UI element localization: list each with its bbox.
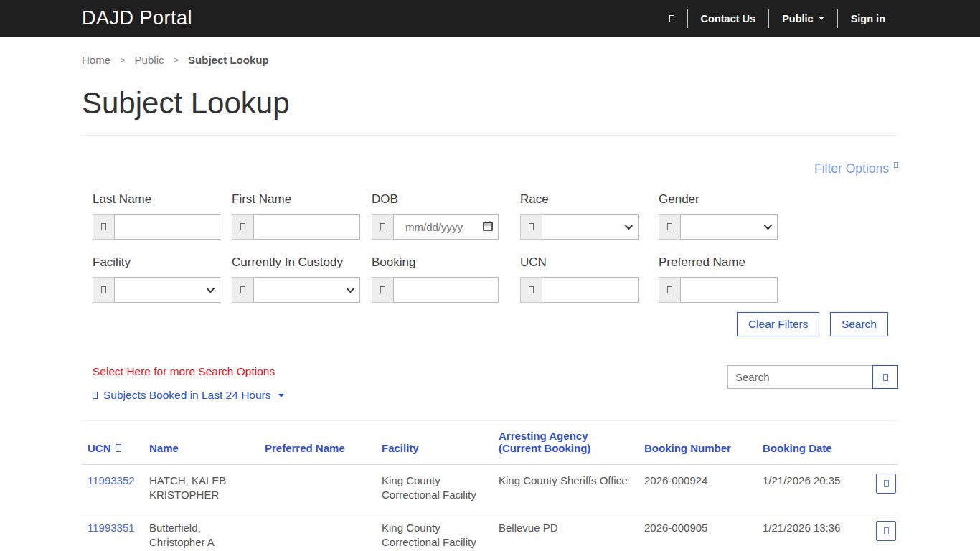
- booked-last-24-label: Subjects Booked in Last 24 Hours: [103, 389, 271, 402]
- person-icon: [240, 223, 245, 230]
- cell-booking-date: 1/21/2026 13:36: [757, 512, 870, 551]
- row-detail-button[interactable]: [876, 521, 896, 541]
- cell-preferred-name: [259, 465, 376, 512]
- document-icon: [380, 286, 385, 293]
- breadcrumb-current: Subject Lookup: [188, 54, 269, 66]
- breadcrumb-public[interactable]: Public: [135, 54, 164, 66]
- first-name-input[interactable]: [253, 214, 360, 240]
- calendar-addon-icon: [380, 223, 385, 230]
- preferred-name-label: Preferred Name: [659, 255, 778, 270]
- cell-facility: King County Correctional Facility: [376, 465, 493, 512]
- navbar-divider: [687, 9, 688, 28]
- mid-row: Select Here for more Search Options Subj…: [82, 365, 898, 402]
- table-header-row: UCN Name Preferred Name Facility Arresti…: [82, 421, 898, 465]
- cell-booking-date: 1/21/2026 20:35: [757, 465, 870, 512]
- in-custody-addon: [232, 277, 253, 303]
- col-header-agency[interactable]: Arresting Agency (Current Booking): [493, 421, 639, 465]
- results-search-group: [727, 365, 898, 389]
- clock-icon: [93, 392, 98, 399]
- last-name-input[interactable]: [114, 214, 220, 240]
- cell-booking-number: 2026-000924: [639, 465, 757, 512]
- booking-input[interactable]: [393, 277, 499, 303]
- search-button[interactable]: Search: [830, 312, 888, 336]
- nav-public-dropdown[interactable]: Public: [769, 13, 837, 24]
- hash-icon: [529, 286, 534, 293]
- last-name-label: Last Name: [93, 192, 220, 207]
- top-navbar: DAJD Portal Contact Us Public Sign in: [0, 0, 980, 37]
- ucn-link[interactable]: 11993351: [88, 522, 135, 534]
- race-label: Race: [520, 192, 639, 207]
- breadcrumb-separator: >: [173, 55, 179, 65]
- nav-contact-us[interactable]: Contact Us: [688, 13, 769, 24]
- col-header-facility[interactable]: Facility: [376, 421, 493, 465]
- first-name-field: First Name: [232, 192, 360, 240]
- col-header-booking-number[interactable]: Booking Number: [639, 421, 757, 465]
- race-field: Race: [520, 192, 639, 240]
- booked-last-24-dropdown[interactable]: Subjects Booked in Last 24 Hours: [93, 389, 284, 402]
- filter-options-label: Filter Options: [814, 161, 889, 176]
- ucn-field: UCN: [520, 255, 639, 303]
- breadcrumb-home[interactable]: Home: [82, 54, 110, 66]
- nav-sign-in[interactable]: Sign in: [838, 13, 898, 24]
- more-search-options-link[interactable]: Select Here for more Search Options: [93, 365, 275, 378]
- detail-icon: [884, 527, 889, 534]
- nav-public-label: Public: [782, 13, 814, 24]
- race-addon-icon: [529, 223, 534, 230]
- first-name-addon: [232, 214, 253, 240]
- col-header-ucn-label: UCN: [88, 442, 111, 454]
- chevron-down-icon: [819, 17, 824, 20]
- preferred-name-input[interactable]: [680, 277, 778, 303]
- in-custody-select[interactable]: [253, 277, 360, 303]
- row-detail-button[interactable]: [876, 474, 896, 494]
- filter-toggle-icon: [894, 162, 898, 168]
- person-icon: [667, 286, 672, 293]
- sort-icon[interactable]: [116, 444, 121, 452]
- last-name-addon: [93, 214, 114, 240]
- filter-buttons-row: Clear Filters Search: [82, 312, 898, 336]
- first-name-label: First Name: [232, 192, 360, 207]
- preferred-name-field: Preferred Name: [659, 255, 778, 303]
- cell-agency: King County Sheriffs Office: [493, 465, 639, 512]
- ucn-addon: [520, 277, 542, 303]
- calendar-icon[interactable]: [483, 221, 493, 231]
- race-select[interactable]: [542, 214, 639, 240]
- col-header-preferred-name[interactable]: Preferred Name: [259, 421, 376, 465]
- gender-field: Gender: [659, 192, 778, 240]
- navbar-right: Contact Us Public Sign in: [656, 9, 898, 28]
- cell-preferred-name: [259, 512, 376, 551]
- col-header-name[interactable]: Name: [143, 421, 259, 465]
- last-name-field: Last Name: [93, 192, 220, 240]
- clear-filters-button[interactable]: Clear Filters: [737, 312, 820, 336]
- facility-select[interactable]: [114, 277, 220, 303]
- dob-addon: [372, 214, 393, 240]
- chevron-down-icon: [347, 285, 354, 293]
- brand-link[interactable]: DAJD Portal: [82, 7, 192, 29]
- navbar-search-button[interactable]: [656, 15, 687, 22]
- cell-facility: King County Correctional Facility: [376, 512, 493, 551]
- booking-field: Booking: [372, 255, 499, 303]
- facility-field: Facility: [93, 255, 220, 303]
- gender-select[interactable]: [680, 214, 778, 240]
- chevron-down-icon: [278, 394, 284, 397]
- col-header-ucn[interactable]: UCN: [82, 421, 143, 465]
- results-search-button[interactable]: [872, 365, 898, 389]
- filter-row-2: Facility Currently In Custody Booking UC…: [82, 255, 898, 303]
- in-custody-field: Currently In Custody: [232, 255, 360, 303]
- chevron-down-icon: [625, 222, 633, 230]
- breadcrumb: Home > Public > Subject Lookup: [82, 37, 898, 66]
- facility-addon: [93, 277, 114, 303]
- table-row: 11993352 HATCH, KALEB KRISTOPHER King Co…: [82, 465, 898, 512]
- table-row: 11993351 Butterfield, Christopher A King…: [82, 512, 898, 551]
- filter-options-toggle[interactable]: Filter Options: [814, 161, 898, 176]
- facility-label: Facility: [93, 255, 220, 270]
- detail-icon: [884, 480, 889, 487]
- chevron-down-icon: [764, 222, 772, 230]
- navbar-divider: [768, 9, 769, 28]
- dob-field: DOB: [372, 192, 499, 240]
- results-search-input[interactable]: [727, 365, 873, 389]
- ucn-link[interactable]: 11993352: [88, 474, 135, 486]
- race-addon: [520, 214, 542, 240]
- ucn-input[interactable]: [542, 277, 639, 303]
- col-header-booking-date[interactable]: Booking Date: [757, 421, 870, 465]
- ucn-label: UCN: [520, 255, 639, 270]
